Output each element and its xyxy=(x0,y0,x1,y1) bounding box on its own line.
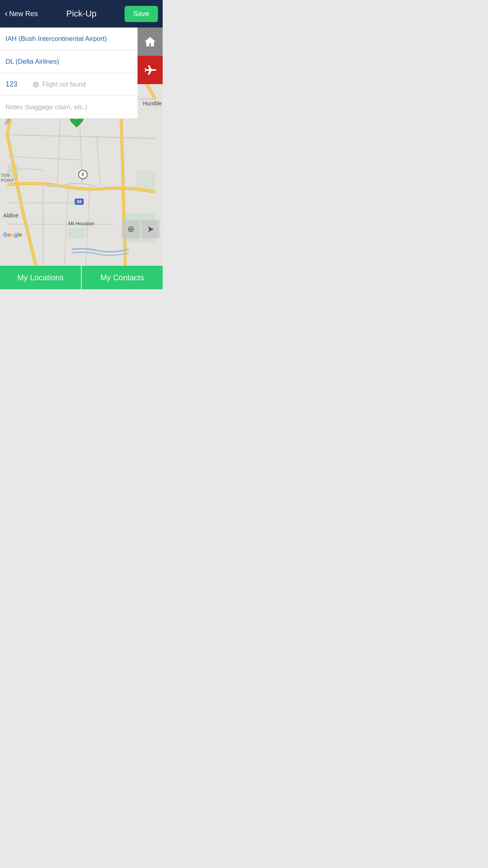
back-button[interactable]: ‹ New Res xyxy=(5,9,38,19)
road-8-label: 8 xyxy=(81,172,84,177)
airline-field[interactable] xyxy=(0,50,138,73)
zoom-button[interactable]: ⊕ xyxy=(122,220,140,238)
highway-69-label: 69 xyxy=(77,199,81,204)
home-icon xyxy=(144,35,156,48)
road-8-badge: 8 xyxy=(78,170,88,179)
my-locations-button[interactable]: My Locations xyxy=(0,266,81,289)
home-button[interactable] xyxy=(138,28,163,56)
svg-marker-5 xyxy=(145,37,156,46)
bottom-nav: My Locations My Contacts xyxy=(0,266,163,289)
flight-error-text: Flight not found xyxy=(42,81,86,88)
highway-69-badge: 69 xyxy=(75,199,83,205)
flight-error-icon: ⊗ xyxy=(32,79,39,90)
form-overlay: 123 ⊗ Flight not found xyxy=(0,28,163,119)
airport-field[interactable] xyxy=(0,28,138,50)
page-title: Pick-Up xyxy=(66,9,96,19)
google-logo: Google xyxy=(3,231,22,238)
flight-button[interactable] xyxy=(138,56,163,84)
map-controls: ⊕ ➤ xyxy=(122,220,160,238)
notes-field[interactable] xyxy=(0,96,138,119)
flight-number-value: 123 xyxy=(6,80,29,88)
flight-field[interactable]: 123 ⊗ Flight not found xyxy=(0,73,138,96)
map-label-ter-point: TERPOINT xyxy=(1,173,14,183)
svg-rect-4 xyxy=(68,228,86,239)
plane-icon xyxy=(144,64,156,76)
back-label: New Res xyxy=(9,10,38,18)
airline-input[interactable] xyxy=(6,58,132,66)
my-contacts-button[interactable]: My Contacts xyxy=(82,266,163,289)
notes-input[interactable] xyxy=(6,103,132,111)
map-label-mt-houston: Mt Houston xyxy=(68,221,94,226)
map-label-aldine: Aldine xyxy=(3,212,18,219)
navigate-button[interactable]: ➤ xyxy=(141,220,160,238)
fields-container: 123 ⊗ Flight not found xyxy=(0,28,138,119)
save-button[interactable]: Save xyxy=(125,6,158,22)
airport-input[interactable] xyxy=(6,35,132,43)
side-buttons xyxy=(138,28,163,119)
header: ‹ New Res Pick-Up Save xyxy=(0,0,163,28)
back-arrow-icon: ‹ xyxy=(5,9,7,19)
